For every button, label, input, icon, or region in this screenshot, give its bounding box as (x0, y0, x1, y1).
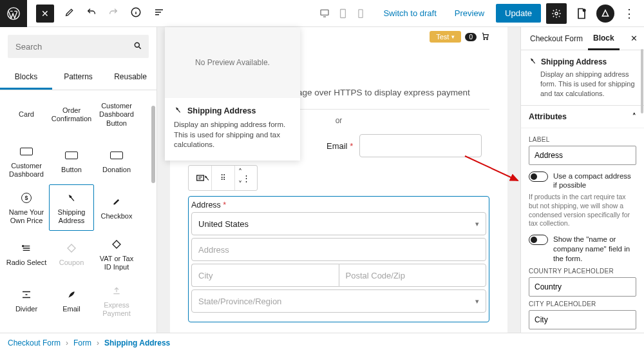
chevron-right-icon: › (66, 338, 68, 347)
close-inserter-button[interactable]: ✕ (36, 5, 54, 23)
compact-address-label: Use a compact address if possible (553, 171, 636, 191)
upload-icon (112, 283, 121, 298)
tab-checkout-form[interactable]: Checkout Form (525, 28, 588, 49)
sidebar-scrollbar[interactable] (641, 49, 643, 113)
summary-toggle[interactable]: Summary ˄ (188, 331, 489, 333)
settings-gear-icon[interactable] (546, 3, 567, 24)
https-warning-text: age over HTTPS to display express paymen… (298, 88, 489, 97)
no-preview-text: No Preview Available. (165, 27, 300, 98)
box-icon (20, 144, 33, 159)
address-label: Address * (189, 200, 489, 212)
switch-to-draft-button[interactable]: Switch to draft (377, 5, 442, 22)
search-input[interactable] (8, 35, 149, 58)
chevron-down-icon: ▾ (475, 297, 479, 306)
tab-reusable[interactable]: Reusable (104, 66, 156, 90)
svg-point-7 (135, 43, 139, 47)
block-checkbox[interactable]: Checkbox (94, 184, 139, 231)
email-input[interactable] (359, 134, 482, 157)
chevron-up-icon: ˄ (231, 333, 234, 333)
block-express-payment[interactable]: Express Payment (94, 277, 139, 324)
block-textarea[interactable]: Textarea (94, 324, 139, 333)
address-input[interactable]: Address (191, 238, 486, 261)
plugin-icon-1[interactable] (572, 4, 591, 23)
block-toolbar-drag[interactable]: ⠿ ˄˅ (212, 166, 235, 190)
pin-icon (198, 166, 215, 190)
svg-point-6 (583, 8, 586, 12)
block-email[interactable]: Email (49, 277, 94, 324)
feather-icon (67, 287, 76, 302)
block-name-your-price[interactable]: $ Name Your Own Price (4, 184, 49, 231)
country-select[interactable]: United States ▾ (191, 212, 486, 235)
compact-address-toggle[interactable] (529, 171, 548, 182)
svg-point-12 (487, 38, 488, 39)
plugin-icon-2[interactable] (596, 5, 614, 23)
breadcrumb-item[interactable]: Form (73, 338, 91, 347)
redo-icon (108, 7, 118, 19)
tab-blocks[interactable]: Blocks (0, 66, 52, 90)
cart-icon[interactable] (480, 32, 489, 43)
divider-icon (21, 287, 32, 302)
city-placeholder-label: CITY PLACEHOLDER (529, 300, 636, 308)
block-coupon[interactable]: Coupon (49, 231, 94, 277)
block-button[interactable]: Button (49, 138, 94, 184)
show-name-company-toggle[interactable] (529, 235, 548, 245)
block-customer-dashboard[interactable]: Customer Dashboard (4, 138, 49, 184)
more-options-icon[interactable]: ⋮ (620, 6, 639, 21)
block-title-heading[interactable]: Title/Heading Section (4, 324, 49, 333)
cart-count-badge: 0 (465, 33, 477, 41)
city-input[interactable]: City (191, 264, 339, 287)
undo-icon[interactable] (86, 7, 97, 19)
sidebar-block-title: Shipping Address (541, 57, 607, 66)
list-view-icon[interactable] (153, 6, 165, 20)
pencil-icon (112, 194, 121, 210)
pin-icon (174, 106, 182, 116)
update-button[interactable]: Update (496, 4, 541, 23)
chevron-right-icon: › (97, 338, 99, 347)
wordpress-logo[interactable] (0, 0, 27, 27)
block-vat-tax-id[interactable]: VAT or Tax ID Input (94, 231, 139, 277)
block-divider[interactable]: Divider (4, 277, 49, 324)
breadcrumb: Checkout Form › Form › Shipping Address (0, 333, 644, 352)
block-card[interactable]: Card (4, 92, 49, 138)
info-icon[interactable] (130, 6, 142, 20)
tab-block[interactable]: Block (588, 27, 620, 50)
attributes-panel-toggle[interactable]: Attributes ˄ (521, 106, 644, 128)
country-placeholder-input[interactable] (529, 277, 636, 297)
desktop-preview-icon[interactable] (319, 8, 330, 19)
box-icon (110, 148, 123, 163)
hover-card-desc: Display an shipping address form. This i… (174, 120, 291, 150)
test-mode-chip[interactable]: Test▾ (430, 31, 461, 43)
shipping-address-block[interactable]: Address * United States ▾ Address City P… (188, 196, 489, 322)
label-input[interactable] (529, 146, 636, 165)
svg-point-11 (484, 38, 485, 39)
postal-code-input[interactable]: Postal Code/Zip (339, 264, 487, 287)
tablet-preview-icon[interactable] (337, 8, 348, 19)
block-shipping-address[interactable]: Shipping Address (49, 184, 94, 231)
svg-point-5 (555, 12, 558, 15)
block-order-confirmation[interactable]: Order Confirmation (49, 92, 94, 138)
inserter-scrollbar[interactable] (151, 106, 155, 183)
drag-handle-icon[interactable]: ⠿ (215, 166, 232, 190)
block-toolbar-more-icon[interactable]: ⋮ (235, 166, 257, 190)
breadcrumb-item[interactable]: Checkout Form (8, 338, 61, 347)
box-icon (65, 148, 78, 163)
mobile-preview-icon[interactable] (355, 8, 366, 19)
block-text-field[interactable]: Text Field (49, 324, 94, 333)
show-name-company-label: Show the "name or company name" field in… (553, 235, 636, 264)
block-donation[interactable]: Donation (94, 138, 139, 184)
block-radio-select[interactable]: Radio Select (4, 231, 49, 277)
chevron-down-icon: ▾ (475, 220, 479, 228)
city-placeholder-input[interactable] (529, 310, 636, 329)
search-icon (133, 41, 142, 52)
heading-icon (21, 329, 32, 333)
tag-icon (111, 237, 122, 252)
email-label: Email * (327, 141, 353, 151)
edit-icon[interactable] (64, 7, 75, 19)
close-sidebar-icon[interactable]: ✕ (628, 31, 640, 46)
tag-icon (66, 240, 77, 256)
state-select[interactable]: State/Province/Region ▾ (191, 289, 486, 313)
pin-icon (529, 57, 537, 67)
preview-button[interactable]: Preview (448, 5, 491, 22)
tab-patterns[interactable]: Patterns (52, 66, 104, 90)
block-customer-dashboard-button[interactable]: Customer Dashboard Button (94, 92, 139, 138)
